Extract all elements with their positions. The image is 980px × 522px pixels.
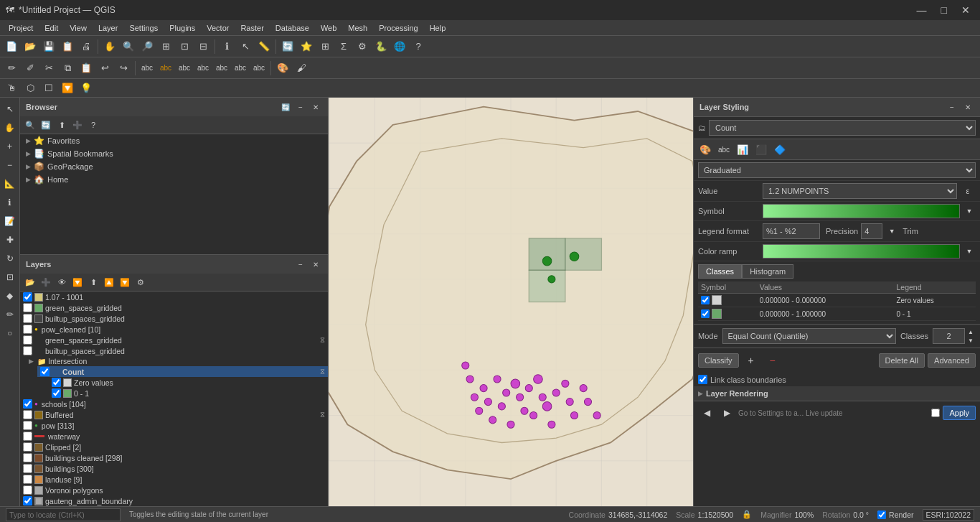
maximize-button[interactable]: □ [937,3,951,17]
style-tab-mask[interactable]: ⬛ [753,141,770,158]
legend-format-input[interactable] [763,223,820,239]
mode-dropdown[interactable]: Equal Count (Quantile) [722,328,896,344]
side-zoom-out-btn[interactable]: − [1,157,19,174]
menu-database[interactable]: Database [270,22,315,34]
live-update-check[interactable] [931,409,940,417]
layer-check[interactable] [40,367,50,376]
edit-button[interactable]: ✐ [22,60,39,77]
statistics-button[interactable]: Σ [335,38,352,55]
classes-tab[interactable]: Classes [698,264,742,279]
layer-check[interactable] [23,475,32,484]
layers-down-btn[interactable]: 🔽 [118,275,132,289]
styling-collapse-btn[interactable]: − [946,101,958,113]
precision-dropdown-btn[interactable]: ▼ [885,224,898,238]
menu-help[interactable]: Help [424,22,452,34]
value-dropdown[interactable]: 1.2 NUMPOINTS [763,183,957,199]
browser-add-layer-btn[interactable]: ➕ [70,118,85,132]
layers-props-btn[interactable]: ⚙ [133,275,148,289]
side-select-btn[interactable]: ↖ [1,101,19,118]
zoom-selection-button[interactable]: ⊟ [194,38,212,55]
layer-check[interactable] [23,314,32,323]
table-row[interactable]: 0.000000 - 1.000000 0 - 1 [698,307,976,321]
menu-layer[interactable]: Layer [93,22,124,34]
list-item[interactable]: ● pow [313] [20,420,328,431]
layers-up-btn[interactable]: 🔼 [102,275,116,289]
list-item[interactable]: gauteng_admin_boundary [20,495,328,506]
minimize-button[interactable]: — [913,3,931,17]
style-tab-3d[interactable]: 🔷 [771,141,788,158]
layer-check[interactable] [23,421,32,430]
map-area[interactable] [329,98,693,506]
layers-expand-btn[interactable]: ⬆ [86,275,100,289]
render-check[interactable] [877,511,886,519]
browser-favorites[interactable]: ▶ ⭐ Favorites [20,134,328,147]
deselect-button[interactable]: ☐ [40,80,57,97]
close-button[interactable]: ✕ [957,3,974,17]
list-item[interactable]: landuse [9] [20,474,328,485]
classes-down-btn[interactable]: ▼ [966,336,976,345]
side-digitize-btn[interactable]: ✏ [1,306,19,323]
layer-check[interactable] [23,485,32,495]
side-form-btn[interactable]: 📝 [1,213,19,230]
histogram-tab[interactable]: Histogram [742,264,793,279]
copy-button[interactable]: ⧉ [59,60,76,77]
layer-style-button[interactable]: 🖌 [293,60,310,77]
undo-button[interactable]: ↩ [96,60,113,77]
browser-refresh-btn[interactable]: 🔄 [279,101,292,113]
style-tab-label[interactable]: abc [715,141,732,158]
nav-forward-btn[interactable]: ▶ [718,404,735,421]
browser-add-btn[interactable]: 🔍 [23,118,37,132]
side-pan-btn[interactable]: ✋ [1,119,19,136]
browser-bookmarks[interactable]: ▶ 📑 Spatial Bookmarks [20,147,328,160]
pan-button[interactable]: ✋ [101,38,118,55]
browser-close-btn[interactable]: ✕ [309,101,322,113]
layer-check[interactable] [23,399,32,409]
save-as-button[interactable]: 📋 [59,38,76,55]
menu-mesh[interactable]: Mesh [342,22,373,34]
label-btn-2[interactable]: abc [157,60,174,77]
menu-web[interactable]: Web [315,22,342,34]
layer-dropdown[interactable]: Count [709,120,976,136]
label-btn-6[interactable]: abc [232,60,249,77]
list-item[interactable]: 1.07 - 1001 [20,292,328,302]
list-item[interactable]: ▶ 📁 Intersection [26,356,328,366]
class-check[interactable] [701,296,710,304]
cut-button[interactable]: ✂ [40,60,57,77]
zoom-out-button[interactable]: 🔎 [138,38,156,55]
side-move-btn[interactable]: ✚ [1,231,19,248]
filter-button[interactable]: 🔽 [59,80,76,97]
list-item[interactable]: green_spaces_gridded [20,302,328,313]
new-project-button[interactable]: 📄 [3,38,20,55]
paste-button[interactable]: 📋 [77,60,95,77]
menu-edit[interactable]: Edit [39,22,64,34]
symbol-dropdown-btn[interactable]: ▼ [963,204,976,218]
side-circle-btn[interactable]: ○ [1,325,19,342]
list-item[interactable]: builtup_spaces_gridded [20,345,328,356]
show-tips-button[interactable]: 💡 [77,80,95,97]
layer-check[interactable] [23,292,32,302]
menu-project[interactable]: Project [3,22,39,34]
layer-check[interactable] [23,325,32,334]
browser-home[interactable]: ▶ 🏠 Home [20,173,328,186]
list-item[interactable]: waterway [20,431,328,442]
color-ramp-preview[interactable] [763,244,960,258]
select-button[interactable]: ↖ [237,38,254,55]
label-btn-5[interactable]: abc [213,60,230,77]
open-button[interactable]: 📂 [22,38,39,55]
layer-check[interactable] [23,346,32,355]
label-btn-3[interactable]: abc [176,60,193,77]
menu-plugins[interactable]: Plugins [164,22,201,34]
value-expr-btn[interactable]: ε [960,183,976,199]
nav-back-btn[interactable]: ◀ [698,404,715,421]
search-input[interactable] [6,508,121,521]
list-item[interactable]: 0 - 1 [49,388,328,399]
table-row[interactable]: 0.000000 - 0.000000 Zero values [698,294,976,307]
print-button[interactable]: 🖨 [77,38,95,55]
layer-check[interactable] [23,464,32,473]
label-btn-7[interactable]: abc [250,60,268,77]
list-item[interactable]: Buffered ⧖ [20,409,328,420]
digitize-button[interactable]: ✏ [3,60,20,77]
classify-button[interactable]: Classify [698,353,739,368]
style-tab-diagram[interactable]: 📊 [734,141,751,158]
link-check[interactable] [698,375,707,384]
